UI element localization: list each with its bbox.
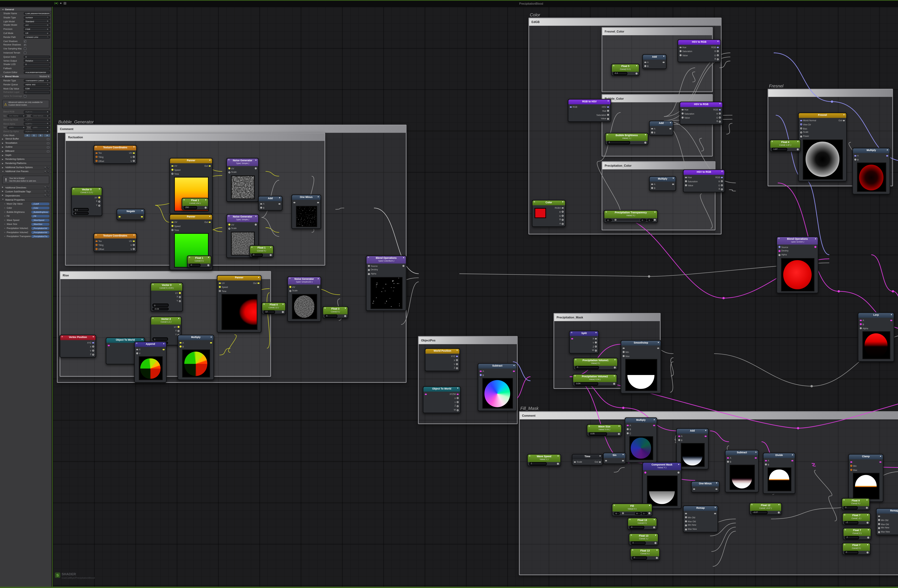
expand-icon[interactable]: ▼ <box>205 199 207 201</box>
port-dot[interactable] <box>178 330 180 332</box>
output-port[interactable]: XYZ <box>451 355 458 358</box>
dropdown-cull-mode[interactable]: Off▼ <box>24 32 50 35</box>
input-port[interactable]: Max New <box>878 531 890 533</box>
src-dropdown[interactable]: Zero▼ <box>8 126 26 129</box>
input-port[interactable]: Max <box>623 355 630 357</box>
input-port[interactable]: World Normal <box>800 119 816 122</box>
node-menu-icon[interactable]: ≡ <box>152 318 154 320</box>
input-refraction-layer[interactable]: 0 <box>24 91 50 94</box>
node-blend-operations-1[interactable]: ≡Blend OperationsType( ColorBurn )▲Sourc… <box>366 256 406 311</box>
value-field[interactable]: 0.04 <box>575 382 598 385</box>
output-dot[interactable] <box>867 522 869 523</box>
output-port[interactable] <box>513 370 515 372</box>
port-dot[interactable] <box>765 464 767 466</box>
node-divide[interactable]: Divide▲AB <box>763 453 795 494</box>
port-dot[interactable] <box>607 114 609 116</box>
slider-track[interactable] <box>613 220 639 220</box>
output-port[interactable] <box>669 128 671 130</box>
section-dependencies[interactable]: ▶Dependencies+− <box>0 194 52 198</box>
node-header[interactable]: One Minus▼ <box>692 482 719 486</box>
node-header[interactable]: ≡Float 7Const( 2 )▼ <box>844 528 871 536</box>
output-port[interactable]: Z <box>593 345 597 348</box>
node-header[interactable]: ≡Noise GeneratorType( Simple )▲ <box>227 215 258 222</box>
value-field[interactable]: 0 <box>152 304 169 307</box>
port-dot[interactable] <box>623 355 625 357</box>
node-menu-icon[interactable]: ≡ <box>73 188 74 191</box>
input-port[interactable]: Time <box>171 229 179 231</box>
port-dot[interactable] <box>95 160 97 162</box>
node-add-2[interactable]: Add▼AB <box>642 54 667 69</box>
checkbox-receive-shadows[interactable]: ✓ <box>24 44 26 46</box>
value-field[interactable]: 0 <box>189 264 201 267</box>
port-dot[interactable] <box>595 338 597 340</box>
node-menu-icon[interactable]: ≡ <box>62 336 63 339</box>
input-port[interactable] <box>571 338 573 340</box>
output-dot[interactable] <box>653 526 655 528</box>
section-billboard[interactable]: ▶Billboard <box>0 149 52 154</box>
output-port[interactable]: Y <box>593 342 597 344</box>
max-field[interactable]: 1 <box>641 512 647 515</box>
collapse-icon[interactable]: ▲ <box>258 277 260 279</box>
node-float12[interactable]: ≡Float 12Const( -0.07 )▼-0.07 <box>749 503 782 515</box>
node-header[interactable]: One Minus▲ <box>292 195 320 200</box>
output-port[interactable]: HSV <box>602 106 609 108</box>
input-port[interactable]: Min New <box>685 524 696 527</box>
node-float1-c[interactable]: ≡Float 1Const( 0 )▼0 <box>249 245 274 257</box>
collapse-icon[interactable]: ▲ <box>843 114 845 116</box>
value-field[interactable]: 12 <box>263 310 275 313</box>
dst-dropdown[interactable]: One Minus▼ <box>31 114 50 117</box>
port-dot[interactable] <box>171 169 173 171</box>
value-field[interactable]: 0 <box>844 551 858 554</box>
node-header[interactable]: ≡Float 1Const( 0 )▼ <box>250 246 273 253</box>
port-dot[interactable] <box>219 286 221 288</box>
color-mask-r[interactable]: R <box>25 134 30 137</box>
node-bubble-brightness[interactable]: ≡Bubble BrightnessValue( 1 )▼1 <box>605 133 648 145</box>
output-port[interactable] <box>890 320 892 322</box>
input-port[interactable] <box>850 461 852 463</box>
color-mask-g[interactable]: G <box>31 134 37 137</box>
output-port[interactable]: XYZ <box>87 342 94 344</box>
node-header[interactable]: ≡Precipitation Volume2Value( 0.04 )▼ <box>573 375 617 382</box>
wire-reroute-dot[interactable] <box>810 385 813 387</box>
node-multiply-1[interactable]: Multiply▲AB <box>177 335 214 380</box>
group-comment-bar[interactable]: Precipitation_Color <box>603 162 715 169</box>
input-port[interactable]: B <box>765 463 769 466</box>
output-port[interactable]: X <box>454 359 458 362</box>
expand-icon[interactable]: ▼ <box>618 426 620 428</box>
node-header[interactable]: ≡Noise GeneratorType( Simple )▲ <box>227 159 258 166</box>
input-port[interactable]: Max Old <box>685 520 696 523</box>
port-dot[interactable] <box>755 457 757 459</box>
port-dot[interactable] <box>133 152 135 154</box>
port-dot[interactable] <box>685 517 687 519</box>
output-port[interactable]: RGB <box>711 46 719 49</box>
output-port[interactable]: UV <box>129 240 135 243</box>
port-dot[interactable] <box>368 273 370 275</box>
value-field[interactable]: 0 <box>629 526 644 529</box>
port-dot[interactable] <box>627 428 629 431</box>
input-port[interactable]: A <box>180 342 184 344</box>
node-menu-icon[interactable]: ≡ <box>324 308 326 310</box>
node-menu-icon[interactable]: ≡ <box>629 519 630 522</box>
port-dot[interactable] <box>171 173 173 175</box>
value-field[interactable]: 0 <box>614 512 620 515</box>
node-menu-icon[interactable]: ≡ <box>606 212 607 214</box>
port-dot[interactable] <box>171 225 173 227</box>
input-port[interactable]: Alpha <box>778 254 787 256</box>
port-dot[interactable] <box>317 286 319 288</box>
port-dot[interactable] <box>133 240 135 242</box>
port-dot[interactable] <box>571 338 573 340</box>
node-header[interactable]: Fresnel▲ <box>799 113 846 118</box>
port-dot[interactable] <box>179 300 181 302</box>
expand-icon[interactable]: ▼ <box>141 210 143 212</box>
port-dot[interactable] <box>714 513 716 514</box>
node-menu-icon[interactable]: ≡ <box>607 134 608 137</box>
port-dot[interactable] <box>681 117 684 119</box>
node-header[interactable]: Smoothstep▲ <box>621 341 661 345</box>
output-port[interactable] <box>672 183 674 185</box>
output-port[interactable]: R <box>718 180 723 183</box>
node-header[interactable]: ≡Float 3Const( 6 )▼ <box>323 307 348 314</box>
port-dot[interactable] <box>717 46 719 48</box>
node-header[interactable]: ≡Texture Coordinates▼ <box>94 234 136 238</box>
output-dot[interactable] <box>867 551 869 553</box>
port-dot[interactable] <box>289 286 291 288</box>
